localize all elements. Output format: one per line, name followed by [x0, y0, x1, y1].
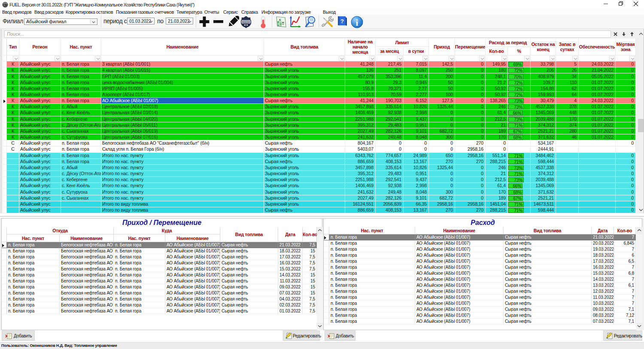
svg-text:x: x [278, 17, 281, 22]
svg-text:00000: 00000 [243, 21, 250, 24]
svg-text:i: i [356, 18, 358, 28]
svg-text:?: ? [340, 18, 344, 24]
